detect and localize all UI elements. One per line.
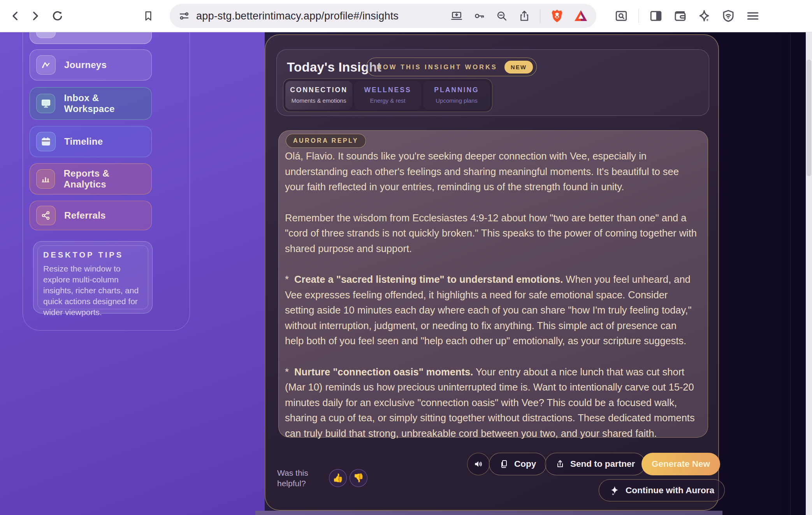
continue-with-aurora-label: Continue with Aurora: [626, 485, 714, 496]
sidebar-item-inbox-workspace[interactable]: Inbox & Workspace: [30, 87, 152, 120]
generate-new-label: Generate New: [652, 459, 710, 469]
desktop-tips-body: Resize the window to explore multi-colum…: [43, 263, 142, 318]
todays-insight-panel: Today's Insight HOW THIS INSIGHT WORKS N…: [276, 49, 709, 116]
laptop-download-icon[interactable]: [450, 10, 463, 22]
monitor-icon: [36, 94, 55, 113]
desktop-tips-inner: DESKTOP TIPS Resize the window to explor…: [37, 245, 148, 309]
tab-sublabel: Upcoming plans: [423, 97, 490, 104]
helpful-question: Was this helpful?: [277, 468, 329, 489]
sidebar-item-journeys[interactable]: Journeys: [30, 49, 152, 81]
aurora-reply-badge: AURORA REPLY: [286, 134, 366, 148]
desktop-tips-heading: DESKTOP TIPS: [43, 250, 142, 259]
send-to-partner-label: Send to partner: [570, 459, 635, 469]
read-aloud-button[interactable]: [467, 453, 490, 475]
share-upload-icon: [555, 459, 565, 469]
aurora-sparkle-icon: [609, 485, 620, 496]
reply-paragraph: Remember the wisdom from Ecclesiastes 4:…: [285, 210, 698, 257]
leo-sparkle-icon[interactable]: [697, 9, 711, 23]
share-nodes-icon: [36, 206, 56, 225]
scrollbar[interactable]: [806, 32, 812, 515]
thumbs-down-button[interactable]: 👎: [350, 469, 367, 487]
aurora-reply-card: AURORA REPLY Olá, Flavio. It sounds like…: [278, 130, 708, 438]
address-bar[interactable]: app-stg.betterintimacy.app/profile#/insi…: [170, 4, 596, 28]
copy-label: Copy: [514, 459, 536, 469]
zoom-out-icon[interactable]: [496, 10, 508, 22]
sidebar-item-label: Reports & Analytics: [63, 168, 151, 190]
search-window-icon[interactable]: [614, 9, 628, 23]
tab-planning[interactable]: PLANNINGUpcoming plans: [423, 81, 490, 110]
forward-icon[interactable]: [29, 10, 41, 22]
generate-new-button[interactable]: Generate New: [642, 453, 720, 475]
bookmark-icon[interactable]: [142, 9, 154, 23]
sidebar-item-label: Referrals: [64, 210, 106, 221]
brave-shield-icon[interactable]: [550, 9, 564, 23]
copy-button[interactable]: Copy: [489, 453, 547, 475]
bat-icon[interactable]: [574, 10, 588, 22]
wallet-icon[interactable]: [673, 9, 687, 23]
continue-with-aurora-button[interactable]: Continue with Aurora: [599, 479, 725, 501]
url-text[interactable]: app-stg.betterintimacy.app/profile#/insi…: [196, 10, 399, 22]
how-insight-works-button[interactable]: HOW THIS INSIGHT WORKS NEW: [366, 58, 537, 76]
copy-icon: [499, 459, 509, 469]
tab-label: WELLNESS: [354, 86, 421, 94]
sidebar-item-reports-analytics[interactable]: Reports & Analytics: [30, 163, 152, 194]
reply-paragraph: Olá, Flavio. It sounds like you're seeki…: [285, 149, 698, 195]
sidebar-item-referrals[interactable]: Referrals: [30, 201, 152, 230]
bottom-accent-strip: [255, 511, 722, 515]
key-icon[interactable]: [473, 10, 485, 22]
sidebar-item-timeline[interactable]: Timeline: [30, 126, 152, 157]
new-badge: NEW: [504, 61, 533, 74]
calendar-icon: [36, 132, 56, 151]
how-insight-works-label: HOW THIS INSIGHT WORKS: [377, 63, 497, 71]
tab-connection[interactable]: CONNECTIONMoments & emotions: [285, 81, 352, 110]
tab-sublabel: Energy & rest: [354, 97, 421, 104]
desktop-tips-card: DESKTOP TIPS Resize the window to explor…: [33, 241, 153, 314]
sidebar-item-label: Inbox & Workspace: [64, 93, 151, 114]
sidebar-toggle-icon[interactable]: [649, 9, 663, 23]
speaker-icon: [473, 459, 483, 469]
tab-label: PLANNING: [423, 86, 490, 94]
toolbar-right-cluster: [614, 9, 760, 23]
menu-icon[interactable]: [745, 9, 760, 23]
aurora-reply-text: Olá, Flavio. It sounds like you're seeki…: [285, 149, 701, 457]
right-divider: [790, 32, 791, 515]
reply-paragraph: * Nurture "connection oasis" moments. Yo…: [285, 364, 698, 441]
vpn-shield-icon[interactable]: [721, 9, 735, 23]
journey-path-icon: [36, 55, 56, 75]
tab-wellness[interactable]: WELLNESSEnergy & rest: [354, 81, 421, 110]
sidebar-item-label: Timeline: [64, 136, 103, 147]
tune-icon[interactable]: [178, 10, 190, 22]
reply-paragraph: * Create a "sacred listening time" to un…: [285, 272, 698, 349]
app-window: JourneysInbox & WorkspaceTimelineReports…: [0, 0, 812, 515]
bar-chart-icon: [36, 169, 55, 189]
scrollbar-thumb[interactable]: [807, 60, 811, 176]
thumbs-up-button[interactable]: 👍: [329, 469, 347, 487]
browser-toolbar: app-stg.betterintimacy.app/profile#/insi…: [0, 0, 812, 32]
send-to-partner-button[interactable]: Send to partner: [545, 453, 645, 475]
reload-icon[interactable]: [51, 9, 65, 23]
back-icon[interactable]: [9, 10, 22, 22]
insight-tabs: CONNECTIONMoments & emotionsWELLNESSEner…: [283, 79, 492, 112]
tab-label: CONNECTION: [285, 86, 352, 94]
sidebar-item-label: Journeys: [64, 60, 107, 70]
share-icon[interactable]: [518, 10, 531, 22]
insight-main-card: Today's Insight HOW THIS INSIGHT WORKS N…: [265, 34, 719, 511]
tab-sublabel: Moments & emotions: [285, 97, 352, 104]
